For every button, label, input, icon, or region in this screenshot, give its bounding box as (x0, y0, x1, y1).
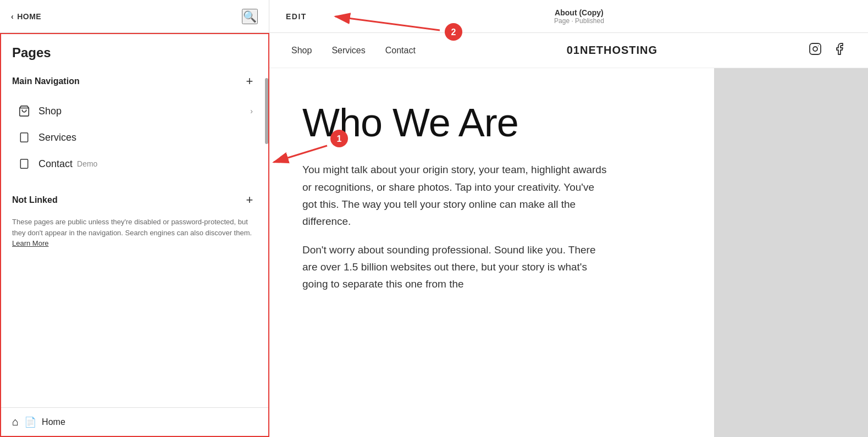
not-linked-label: Not Linked (12, 195, 58, 205)
top-bar-right: EDIT About (Copy) Page · Published (269, 8, 868, 25)
preview-nav-links: Shop Services Contact (291, 46, 416, 56)
preview-body: You might talk about your origin story, … (302, 161, 610, 292)
chevron-right-icon: › (250, 107, 253, 115)
main-nav-section-header: Main Navigation + (12, 74, 257, 89)
svg-rect-3 (810, 43, 821, 54)
nav-item-shop[interactable]: Shop › (12, 98, 257, 124)
add-main-nav-button[interactable]: + (242, 74, 257, 89)
add-not-linked-button[interactable]: + (242, 192, 257, 208)
preview-nav-contact[interactable]: Contact (385, 46, 416, 56)
cart-icon (16, 103, 32, 119)
page-icon-home: 📄 (24, 416, 36, 428)
preview-content: Who We Are You might talk about your ori… (269, 68, 868, 437)
not-linked-section: Not Linked + These pages are public unle… (12, 192, 257, 249)
nav-contact-label: Contact (38, 158, 73, 170)
not-linked-header: Not Linked + (12, 192, 257, 208)
svg-point-5 (818, 45, 819, 46)
preview-nav: Shop Services Contact 01NETHOSTING (269, 33, 868, 68)
not-linked-description: These pages are public unless they're di… (12, 217, 257, 249)
page-icon-services (16, 130, 32, 145)
sidebar-header: ‹ HOME 🔍 (0, 0, 269, 32)
preview-nav-social (809, 42, 846, 59)
page-name: About (Copy) (554, 8, 604, 17)
nav-item-contact[interactable]: Contact Demo (12, 151, 257, 177)
preview-nav-brand: 01NETHOSTING (567, 44, 657, 57)
svg-point-4 (813, 47, 817, 51)
preview-body-p2: Don't worry about sounding professional.… (302, 241, 610, 293)
preview-nav-shop[interactable]: Shop (291, 46, 312, 56)
page-status: Page · Published (554, 17, 604, 25)
svg-rect-1 (20, 133, 27, 142)
home-icon: ⌂ (12, 416, 19, 428)
preview-area: Shop Services Contact 01NETHOSTING (269, 33, 868, 437)
sidebar-footer: ⌂ 📄 Home (1, 407, 268, 436)
sidebar: Pages Main Navigation + Shop › (0, 33, 269, 437)
learn-more-link[interactable]: Learn More (12, 239, 48, 247)
home-page-label: Home (42, 417, 65, 427)
preview-heading: Who We Are (302, 101, 681, 145)
preview-body-p1: You might talk about your origin story, … (302, 161, 610, 230)
main-nav-label: Main Navigation (12, 76, 80, 86)
nav-item-services[interactable]: Services (12, 124, 257, 151)
page-icon-contact (16, 156, 32, 172)
sidebar-title: Pages (12, 45, 257, 60)
nav-services-label: Services (38, 132, 76, 143)
edit-button[interactable]: EDIT (286, 12, 307, 21)
back-home-button[interactable]: ‹ HOME (11, 12, 41, 21)
main-area: Pages Main Navigation + Shop › (0, 33, 868, 437)
back-home-label: HOME (17, 12, 41, 21)
sidebar-inner: Pages Main Navigation + Shop › (1, 34, 268, 407)
chevron-left-icon: ‹ (11, 12, 14, 21)
search-button[interactable]: 🔍 (242, 9, 258, 24)
svg-rect-2 (20, 159, 27, 169)
top-bar: ‹ HOME 🔍 EDIT About (Copy) Page · Publis… (0, 0, 868, 33)
instagram-icon[interactable] (809, 42, 822, 59)
preview-image-area (714, 68, 868, 437)
scroll-bar (265, 78, 268, 144)
preview-text-area: Who We Are You might talk about your ori… (269, 68, 714, 437)
page-info: About (Copy) Page · Published (554, 8, 604, 25)
facebook-icon[interactable] (833, 42, 846, 59)
contact-demo-badge: Demo (77, 159, 97, 168)
preview-nav-services[interactable]: Services (331, 46, 365, 56)
nav-shop-label: Shop (38, 106, 62, 117)
